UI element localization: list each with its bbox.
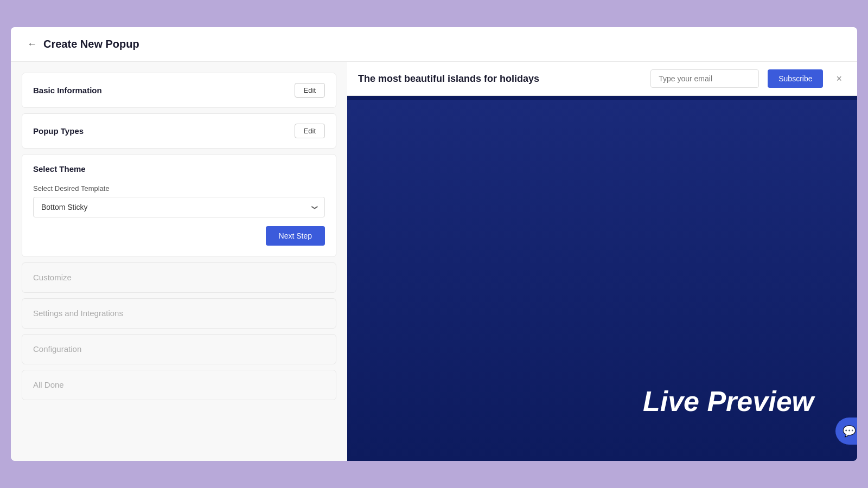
left-panel: Basic Information Edit Popup Types Edit … [11,62,347,461]
popup-types-title: Popup Types [33,126,84,136]
next-step-button[interactable]: Next Step [266,226,325,246]
content-area: Basic Information Edit Popup Types Edit … [11,62,857,461]
popup-types-section: Popup Types Edit [22,113,336,149]
right-panel: The most beautiful islands for holidays … [347,62,857,461]
live-preview-text: Live Preview [643,385,814,418]
template-select-wrapper: Bottom Sticky Center Modal Top Bar Side … [33,197,325,217]
popup-types-edit-button[interactable]: Edit [295,124,325,138]
basic-info-edit-button[interactable]: Edit [295,83,325,98]
settings-title: Settings and Integrations [33,309,123,318]
select-theme-section: Select Theme Select Desired Template Bot… [22,154,336,257]
template-select[interactable]: Bottom Sticky Center Modal Top Bar Side … [33,197,325,217]
configuration-title: Configuration [33,344,81,354]
template-label: Select Desired Template [33,184,325,192]
all-done-section: All Done [22,370,336,400]
customize-section: Customize [22,262,336,293]
popup-preview-bar: The most beautiful islands for holidays … [347,62,857,96]
next-step-row: Next Step [33,226,325,246]
popup-headline: The most beautiful islands for holidays [358,73,642,85]
page-title: Create New Popup [43,38,139,50]
select-theme-title: Select Theme [33,164,325,174]
basic-info-section: Basic Information Edit [22,73,336,108]
page-header: ← Create New Popup [11,27,857,62]
subscribe-button[interactable]: Subscribe [768,69,823,88]
basic-info-title: Basic Information [33,86,102,95]
configuration-section: Configuration [22,334,336,364]
settings-section: Settings and Integrations [22,298,336,329]
all-done-title: All Done [33,380,64,389]
email-input-preview[interactable] [650,69,759,88]
back-button[interactable]: ← [27,38,37,50]
close-button-preview[interactable]: × [832,71,846,87]
chat-icon: 💬 [843,425,856,438]
customize-title: Customize [33,273,72,282]
